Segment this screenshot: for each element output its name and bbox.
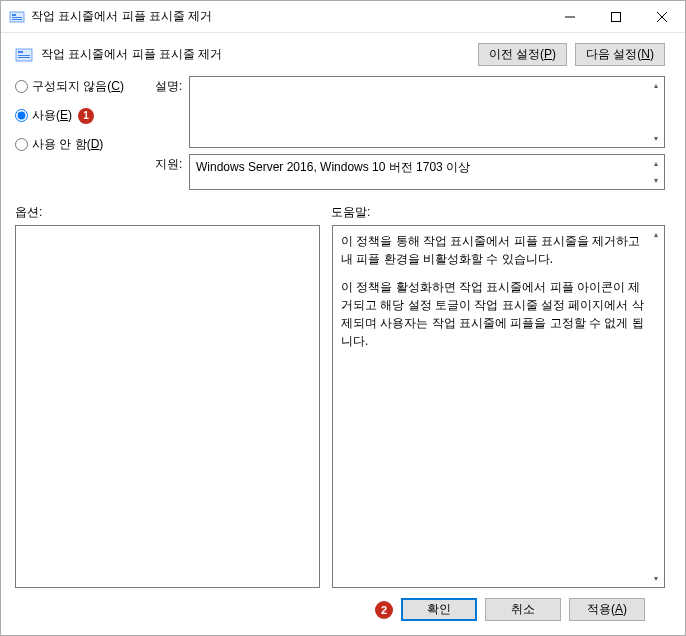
- radio-group: 구성되지 않음(C) 사용(E) 1 사용 안 함(D): [15, 76, 145, 190]
- scroll-down-icon: ▾: [647, 172, 664, 189]
- content-area: 구성되지 않음(C) 사용(E) 1 사용 안 함(D) 설명:: [1, 76, 685, 635]
- description-box[interactable]: ▴ ▾: [189, 76, 665, 148]
- svg-rect-11: [18, 57, 30, 58]
- radio-not-configured[interactable]: 구성되지 않음(C): [15, 78, 145, 95]
- scrollbar[interactable]: ▴ ▾: [647, 155, 664, 189]
- help-paragraph: 이 정책을 활성화하면 작업 표시줄에서 피플 아이콘이 제거되고 해당 설정 …: [341, 278, 644, 350]
- radio-disabled-label: 사용 안 함(D): [32, 136, 103, 153]
- close-button[interactable]: [639, 1, 685, 32]
- cancel-button[interactable]: 취소: [485, 598, 561, 621]
- help-label: 도움말:: [331, 204, 370, 221]
- ok-button[interactable]: 확인: [401, 598, 477, 621]
- dialog-window: 작업 표시줄에서 피플 표시줄 제거 작업 표시줄에서 피플 표시줄 제거 이: [0, 0, 686, 636]
- radio-not-configured-input[interactable]: [15, 80, 28, 93]
- top-section: 구성되지 않음(C) 사용(E) 1 사용 안 함(D) 설명:: [15, 76, 665, 190]
- svg-rect-10: [18, 55, 30, 56]
- svg-rect-1: [12, 14, 16, 16]
- radio-enabled[interactable]: 사용(E) 1: [15, 107, 145, 124]
- next-setting-button[interactable]: 다음 설정(N): [575, 43, 665, 66]
- radio-enabled-label: 사용(E): [32, 107, 72, 124]
- help-pane: 이 정책을 통해 작업 표시줄에서 피플 표시줄을 제거하고 내 피플 환경을 …: [332, 225, 665, 588]
- scroll-up-icon: ▴: [647, 226, 664, 243]
- policy-icon: [9, 9, 25, 25]
- minimize-button[interactable]: [547, 1, 593, 32]
- scrollbar[interactable]: ▴ ▾: [647, 77, 664, 147]
- panes-row: 이 정책을 통해 작업 표시줄에서 피플 표시줄을 제거하고 내 피플 환경을 …: [15, 225, 665, 588]
- header-title: 작업 표시줄에서 피플 표시줄 제거: [41, 46, 470, 63]
- description-row: 설명: ▴ ▾: [155, 76, 665, 148]
- scroll-down-icon: ▾: [647, 130, 664, 147]
- help-paragraph: 이 정책을 통해 작업 표시줄에서 피플 표시줄을 제거하고 내 피플 환경을 …: [341, 232, 644, 268]
- fields-column: 설명: ▴ ▾ 지원: Windows Server 2016, Windows…: [155, 76, 665, 190]
- svg-rect-2: [12, 17, 22, 18]
- support-box: Windows Server 2016, Windows 10 버전 1703 …: [189, 154, 665, 190]
- svg-rect-9: [18, 51, 23, 53]
- svg-rect-3: [12, 19, 22, 20]
- support-row: 지원: Windows Server 2016, Windows 10 버전 1…: [155, 154, 665, 190]
- callout-badge-1: 1: [78, 108, 94, 124]
- pane-labels-row: 옵션: 도움말:: [15, 204, 665, 221]
- radio-not-configured-label: 구성되지 않음(C): [32, 78, 124, 95]
- radio-enabled-input[interactable]: [15, 109, 28, 122]
- support-value: Windows Server 2016, Windows 10 버전 1703 …: [196, 160, 470, 174]
- support-label: 지원:: [155, 154, 185, 190]
- radio-disabled-input[interactable]: [15, 138, 28, 151]
- description-label: 설명:: [155, 76, 185, 148]
- policy-icon: [15, 46, 33, 64]
- previous-setting-button[interactable]: 이전 설정(P): [478, 43, 567, 66]
- maximize-button[interactable]: [593, 1, 639, 32]
- callout-badge-2: 2: [375, 601, 393, 619]
- scroll-up-icon: ▴: [647, 77, 664, 94]
- titlebar[interactable]: 작업 표시줄에서 피플 표시줄 제거: [1, 1, 685, 33]
- scroll-up-icon: ▴: [647, 155, 664, 172]
- footer: 2 확인 취소 적용(A): [15, 588, 665, 635]
- options-pane: [15, 225, 320, 588]
- scroll-down-icon: ▾: [647, 570, 664, 587]
- header-row: 작업 표시줄에서 피플 표시줄 제거 이전 설정(P) 다음 설정(N): [1, 33, 685, 76]
- svg-rect-5: [612, 12, 621, 21]
- scrollbar[interactable]: ▴ ▾: [647, 226, 664, 587]
- apply-button[interactable]: 적용(A): [569, 598, 645, 621]
- window-controls: [547, 1, 685, 32]
- radio-disabled[interactable]: 사용 안 함(D): [15, 136, 145, 153]
- window-title: 작업 표시줄에서 피플 표시줄 제거: [31, 8, 547, 25]
- options-label: 옵션:: [15, 204, 331, 221]
